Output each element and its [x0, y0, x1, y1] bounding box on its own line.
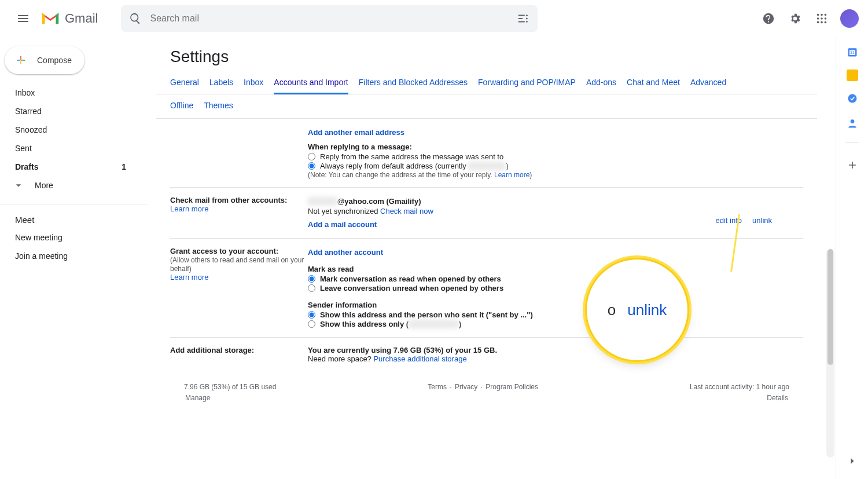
show-sent-by-radio[interactable]	[308, 311, 315, 319]
scrollbar-thumb[interactable]	[827, 249, 833, 365]
sidebar-item-label: Starred	[15, 107, 42, 116]
keep-app-icon[interactable]	[847, 70, 858, 81]
page-title: Settings	[156, 37, 817, 72]
compose-button[interactable]: Compose	[5, 46, 84, 74]
reply-note: (Note: You can change the address at the…	[308, 171, 803, 179]
reply-note-learn-more[interactable]: Learn more	[494, 171, 529, 179]
gmail-logo-text: Gmail	[65, 11, 98, 26]
tab-general[interactable]: General	[170, 72, 199, 94]
section-check-mail: Check mail from other accounts: Learn mo…	[170, 188, 803, 239]
tab-accounts-import[interactable]: Accounts and Import	[274, 72, 348, 94]
support-button[interactable]	[757, 7, 780, 30]
tab-forwarding[interactable]: Forwarding and POP/IMAP	[478, 72, 576, 94]
magnifier-unlink-text: unlink	[627, 301, 667, 319]
gmail-logo-icon	[39, 8, 61, 30]
hamburger-menu-button[interactable]	[9, 5, 37, 32]
meet-join-meeting[interactable]: Join a meeting	[0, 247, 139, 265]
unlink-link[interactable]: unlink	[752, 216, 772, 225]
sidebar-item-label: Sent	[15, 144, 32, 153]
tab-themes[interactable]: Themes	[204, 98, 233, 112]
check-mail-now-link[interactable]: Check mail now	[380, 207, 433, 215]
tab-inbox[interactable]: Inbox	[244, 72, 263, 94]
account-avatar[interactable]	[840, 9, 859, 28]
section-add-storage: Add additional storage: You are currentl…	[170, 338, 803, 371]
compose-plus-icon	[13, 52, 29, 68]
sidebar-item-snoozed[interactable]: Snoozed	[0, 120, 139, 139]
grant-access-title: Grant access to your account:	[170, 247, 278, 255]
drafts-count: 1	[122, 162, 132, 171]
sidebar-more-label: More	[35, 181, 53, 190]
svg-text:31: 31	[850, 50, 855, 54]
check-mail-learn-more[interactable]: Learn more	[170, 204, 208, 213]
sidebar-item-inbox[interactable]: Inbox	[0, 83, 139, 102]
svg-point-1	[821, 14, 823, 16]
meet-section-header: Meet	[0, 204, 148, 228]
sidebar-item-label: Drafts	[15, 162, 38, 171]
tab-addons[interactable]: Add-ons	[586, 72, 616, 94]
sidebar-more[interactable]: More	[0, 176, 148, 195]
section-send-mail-as: Add another email address When replying …	[170, 119, 803, 188]
show-only-radio[interactable]	[308, 320, 315, 328]
purchase-storage-link[interactable]: Purchase additional storage	[373, 354, 466, 363]
magnifier-left-text: o	[608, 301, 616, 319]
tab-chat-meet[interactable]: Chat and Meet	[627, 72, 680, 94]
settings-footer: 7.96 GB (53%) of 15 GB used Manage Terms…	[170, 382, 803, 404]
search-container	[121, 5, 538, 32]
tab-offline[interactable]: Offline	[170, 98, 193, 112]
contacts-app-icon[interactable]	[847, 118, 858, 131]
svg-point-6	[817, 21, 819, 24]
grant-access-sub: (Allow others to read and send mail on y…	[170, 256, 304, 273]
mark-read-radio[interactable]	[308, 275, 315, 283]
tab-labels[interactable]: Labels	[209, 72, 233, 94]
settings-content: Add another email address When replying …	[156, 119, 817, 404]
sidebar-item-drafts[interactable]: Drafts 1	[0, 158, 139, 176]
search-input[interactable]	[150, 13, 517, 24]
footer-privacy-link[interactable]: Privacy	[455, 383, 477, 391]
grant-access-learn-more[interactable]: Learn more	[170, 273, 208, 281]
tab-advanced[interactable]: Advanced	[690, 72, 726, 94]
svg-point-8	[825, 21, 827, 24]
settings-button[interactable]	[784, 7, 807, 30]
storage-usage-text: You are currently using 7.96 GB (53%) of…	[308, 346, 497, 354]
gear-icon	[789, 12, 801, 25]
header: Gmail	[0, 0, 868, 37]
search-options-icon[interactable]	[517, 12, 529, 25]
collapse-panel-button[interactable]	[847, 455, 858, 469]
add-another-account-link[interactable]: Add another account	[308, 248, 383, 257]
reply-same-address-radio[interactable]	[308, 153, 315, 160]
dot: ·	[450, 383, 451, 391]
sidebar-item-sent[interactable]: Sent	[0, 139, 139, 158]
gmail-logo[interactable]: Gmail	[39, 8, 98, 30]
add-another-email-link[interactable]: Add another email address	[308, 128, 404, 137]
settings-tabs-row2: Offline Themes	[156, 95, 817, 119]
chevron-down-icon	[13, 180, 24, 191]
get-addons-button[interactable]	[842, 155, 863, 175]
sidebar-item-label: Inbox	[15, 88, 35, 97]
sidebar-item-label: Snoozed	[15, 125, 47, 134]
svg-point-3	[817, 17, 819, 20]
storage-need-more: Need more space?	[308, 354, 373, 363]
side-panel: 31	[836, 37, 868, 479]
tasks-app-icon[interactable]	[847, 93, 858, 106]
scrollbar[interactable]	[826, 249, 834, 458]
tab-filters[interactable]: Filters and Blocked Addresses	[359, 72, 468, 94]
svg-point-12	[848, 94, 856, 103]
footer-policies-link[interactable]: Program Policies	[486, 383, 538, 391]
footer-terms-link[interactable]: Terms	[428, 383, 447, 391]
footer-details-link[interactable]: Details	[767, 394, 788, 402]
google-apps-button[interactable]	[810, 7, 833, 30]
meet-new-meeting-label: New meeting	[15, 233, 62, 242]
footer-manage-link[interactable]: Manage	[185, 394, 210, 402]
sidebar-item-starred[interactable]: Starred	[0, 102, 139, 120]
reply-default-address-radio[interactable]	[308, 162, 315, 170]
tasks-icon	[847, 93, 858, 104]
meet-new-meeting[interactable]: New meeting	[0, 228, 139, 247]
calendar-icon: 31	[847, 46, 858, 58]
calendar-app-icon[interactable]: 31	[847, 46, 858, 58]
svg-point-7	[821, 21, 823, 24]
leave-unread-radio[interactable]	[308, 284, 315, 292]
add-mail-account-link[interactable]: Add a mail account	[308, 220, 377, 229]
search-bar[interactable]	[121, 5, 538, 32]
svg-point-13	[850, 119, 854, 123]
meet-join-meeting-label: Join a meeting	[15, 251, 68, 261]
